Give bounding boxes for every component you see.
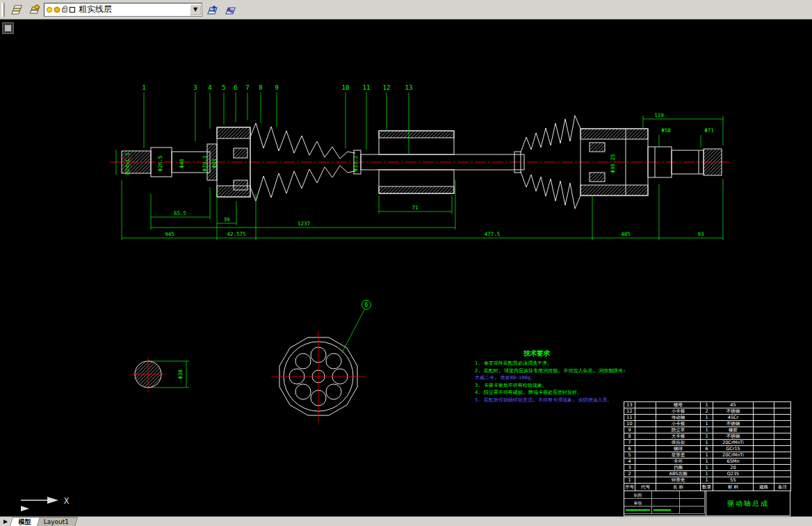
svg-text:5. 装配后传动轴转动灵活, 不得有卡滞现象, 涂防锈油入库: 5. 装配后传动轴转动灵活, 不得有卡滞现象, 涂防锈油入库。	[475, 397, 612, 403]
svg-text:技术要求: 技术要求	[523, 349, 551, 357]
svg-text:93: 93	[697, 231, 704, 237]
docked-toolbar-button[interactable]	[2, 22, 14, 34]
layer-properties-manager-button[interactable]	[8, 1, 24, 18]
bom-row: 2ABS齿圈1Q235	[624, 471, 791, 477]
svg-text:Φ38: Φ38	[177, 369, 184, 379]
title-block: 制图 审核 驱动轴总成	[624, 491, 790, 516]
svg-text:12: 12	[383, 84, 391, 91]
layers-toolbar: 粗实线层 ▼	[0, 0, 812, 19]
current-layer-name: 粗实线层	[79, 3, 112, 15]
svg-text:Φ33.2: Φ33.2	[352, 156, 359, 172]
svg-text:13: 13	[405, 84, 413, 91]
ucs-icon: X	[18, 488, 95, 516]
svg-text:1: 1	[142, 84, 145, 91]
svg-text:477.5: 477.5	[485, 231, 501, 237]
bom-row: 9防尘罩1橡胶	[624, 427, 791, 433]
svg-text:10: 10	[342, 84, 350, 91]
bom-row: 3挡圈120	[624, 465, 791, 471]
svg-text:Φ26.5: Φ26.5	[157, 156, 163, 172]
svg-text:4. 防尘罩不得有破损, 两端卡箍处应密封良好。: 4. 防尘罩不得有破损, 两端卡箍处应密封良好。	[475, 389, 582, 395]
drawing-canvas[interactable]: 6 1345678910111213 65.539123794542.57547…	[0, 20, 812, 516]
svg-text:11: 11	[363, 84, 371, 91]
layer-dropdown[interactable]: 粗实线层 ▼	[44, 3, 202, 17]
svg-text:2. 装配时, 球笼内应涂抹专用润滑脂, 不得混入杂质, 润: 2. 装配时, 球笼内应涂抹专用润滑脂, 不得混入杂质, 润滑脂牌号:	[475, 367, 626, 374]
bom-row: 11传动轴145Cr	[624, 415, 791, 421]
tab-model[interactable]: 模型	[10, 517, 40, 526]
shaft-section-view	[131, 357, 165, 392]
ucs-origin-arrow	[21, 506, 29, 511]
svg-text:3. 卡箍卡紧后不得有松动现象。: 3. 卡箍卡紧后不得有松动现象。	[475, 383, 547, 388]
title-block-label: 制图	[624, 491, 652, 499]
title-block-label: 审核	[624, 499, 652, 507]
bom-row: 6钢球6GCr15	[624, 446, 791, 452]
parts-list: 13螺母14512小卡箍2不锈钢11传动轴145Cr10小卡箍1不锈钢9防尘罩1…	[624, 401, 790, 516]
layer-states-manager-button[interactable]	[26, 1, 42, 18]
bom-row: 5星形套120CrMnTi	[624, 452, 791, 459]
bom-row: 12小卡箍2不锈钢	[624, 408, 791, 415]
tab-model-label: 模型	[19, 518, 31, 526]
part-callouts: 1345678910111213	[142, 84, 412, 154]
layer-color-swatch[interactable]	[70, 7, 75, 13]
svg-text:1237: 1237	[298, 221, 310, 227]
toolbar-grip[interactable]	[1, 3, 5, 17]
layer-previous-button[interactable]	[222, 1, 238, 18]
svg-text:485: 485	[621, 231, 631, 237]
layer-states-icon	[28, 4, 40, 15]
layout-tabbar: ▶ 模型 Layout1	[0, 516, 812, 526]
svg-text:1. 各零部件装配前必须清洗干净。: 1. 各零部件装配前必须清洗干净。	[475, 360, 552, 366]
svg-text:Φ71: Φ71	[704, 127, 714, 134]
svg-text:Φ90.25: Φ90.25	[610, 154, 616, 173]
layer-previous-icon	[224, 4, 236, 15]
layers-stack-icon	[10, 4, 22, 15]
svg-text:71: 71	[412, 205, 418, 211]
make-object-layer-current-button[interactable]	[204, 1, 220, 18]
svg-text:Φ79.3: Φ79.3	[202, 156, 208, 172]
svg-text:Φ58: Φ58	[661, 127, 671, 134]
drawing-title: 驱动轴总成	[727, 499, 769, 509]
svg-text:8: 8	[259, 84, 262, 91]
tab-layout1[interactable]: Layout1	[35, 517, 79, 526]
svg-text:6: 6	[234, 84, 237, 91]
svg-text:119: 119	[654, 112, 664, 118]
bom-row: 4卡环165Mn	[624, 459, 791, 465]
bom-row: 1钟形壳155	[624, 477, 791, 484]
svg-text:3: 3	[193, 84, 197, 91]
svg-text:天威二号, 用量80~100g。: 天威二号, 用量80~100g。	[475, 375, 535, 381]
balloon: 6	[362, 301, 371, 310]
autocad-window: 粗实线层 ▼	[0, 0, 812, 526]
svg-text:M24×1.5: M24×1.5	[124, 152, 131, 175]
svg-text:945: 945	[165, 231, 174, 237]
bom-row: 8大卡箍1不锈钢	[624, 433, 791, 440]
layer-on-icon[interactable]	[47, 7, 52, 13]
svg-text:65.5: 65.5	[174, 210, 186, 216]
spline-section-view	[271, 330, 366, 422]
dropdown-arrow-icon[interactable]: ▼	[190, 4, 201, 15]
bom-table: 13螺母14512小卡箍2不锈钢11传动轴145Cr10小卡箍1不锈钢9防尘罩1…	[624, 401, 791, 491]
svg-text:7: 7	[245, 84, 249, 91]
svg-text:4: 4	[208, 84, 211, 91]
balloon-label: 6	[365, 302, 368, 308]
svg-text:5: 5	[222, 84, 225, 91]
tech-requirements: 技术要求1. 各零部件装配前必须清洗干净。2. 装配时, 球笼内应涂抹专用润滑脂…	[475, 349, 626, 403]
ucs-x-arrow	[47, 497, 58, 504]
make-current-layer-icon	[206, 4, 218, 15]
svg-text:9: 9	[275, 84, 278, 91]
layer-lock-icon[interactable]	[62, 8, 67, 13]
bom-row: 13螺母145	[624, 402, 791, 408]
bom-row: 10小卡箍1不锈钢	[624, 421, 791, 427]
layer-thaw-icon[interactable]	[54, 7, 60, 13]
svg-text:Φ83: Φ83	[211, 159, 218, 168]
bom-row: 7保持架120CrMnTi	[624, 440, 791, 446]
ucs-x-label: X	[64, 496, 70, 506]
svg-text:39: 39	[223, 216, 229, 223]
svg-text:42.575: 42.575	[227, 231, 245, 237]
bom-header-row: 序号代号名 称数量材 料规格备注	[624, 484, 791, 491]
tab-layout1-label: Layout1	[44, 518, 69, 526]
svg-text:Φ40: Φ40	[179, 159, 185, 168]
